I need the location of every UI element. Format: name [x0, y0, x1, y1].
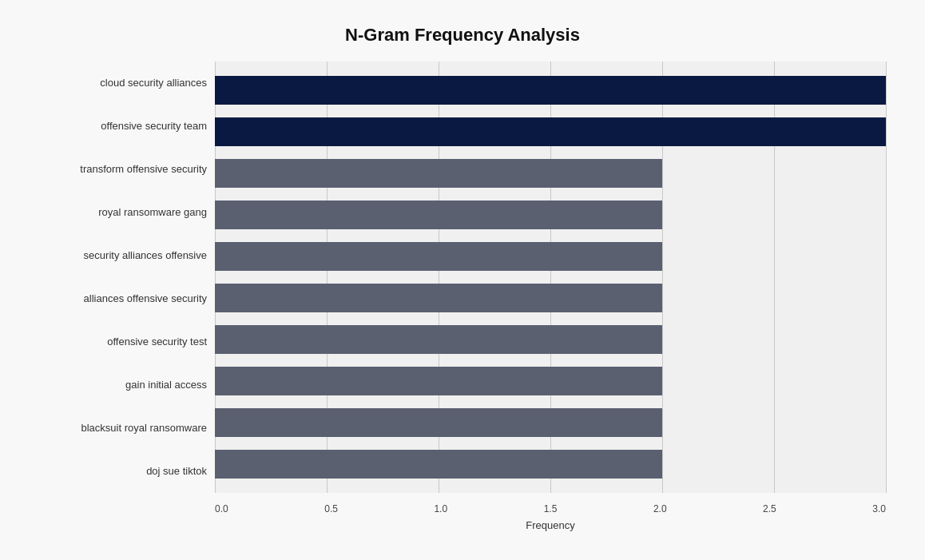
- bar: [215, 117, 886, 146]
- bar-row: [215, 324, 886, 355]
- x-axis-label: Frequency: [215, 519, 886, 531]
- y-label: offensive security test: [39, 321, 207, 363]
- bar: [215, 284, 662, 312]
- x-tick: 0.5: [324, 503, 338, 514]
- bar: [215, 367, 662, 395]
- bar-row: [215, 157, 886, 189]
- grid-line: [886, 62, 887, 493]
- bar-row: [215, 74, 886, 106]
- x-tick: 0.0: [215, 503, 228, 514]
- bar: [215, 76, 886, 105]
- bar: [215, 450, 662, 479]
- y-label: cloud security alliances: [39, 62, 207, 104]
- y-label: blacksuit royal ransomware: [39, 407, 207, 449]
- bar: [215, 201, 662, 229]
- bar-row: [215, 407, 886, 439]
- x-tick: 2.5: [763, 503, 776, 514]
- chart-title: N-Gram Frequency Analysis: [39, 25, 886, 46]
- x-tick: 1.0: [434, 503, 447, 514]
- x-axis: 0.00.51.01.52.02.53.0Frequency: [215, 503, 886, 531]
- bar-row: [215, 116, 886, 148]
- y-label: security alliances offensive: [39, 235, 207, 276]
- bar: [215, 408, 662, 437]
- x-tick: 1.5: [544, 503, 558, 514]
- y-label: transform offensive security: [39, 149, 207, 190]
- y-labels: cloud security alliancesoffensive securi…: [39, 62, 215, 493]
- bar-row: [215, 199, 886, 231]
- bar-row: [215, 282, 886, 314]
- y-label: gain initial access: [39, 364, 207, 406]
- y-label: alliances offensive security: [39, 278, 207, 320]
- chart-area: cloud security alliancesoffensive securi…: [39, 62, 886, 493]
- y-label: doj sue tiktok: [39, 451, 207, 492]
- chart-container: N-Gram Frequency Analysis cloud security…: [23, 9, 902, 552]
- plot-area: 0.00.51.01.52.02.53.0Frequency: [215, 62, 886, 493]
- bar: [215, 242, 662, 271]
- x-tick: 3.0: [872, 503, 886, 514]
- bar-row: [215, 365, 886, 397]
- bar: [215, 159, 662, 188]
- y-label: offensive security team: [39, 105, 207, 147]
- y-label: royal ransomware gang: [39, 192, 207, 233]
- bar-row: [215, 448, 886, 480]
- bar: [215, 325, 662, 354]
- x-tick: 2.0: [653, 503, 667, 514]
- bar-row: [215, 240, 886, 272]
